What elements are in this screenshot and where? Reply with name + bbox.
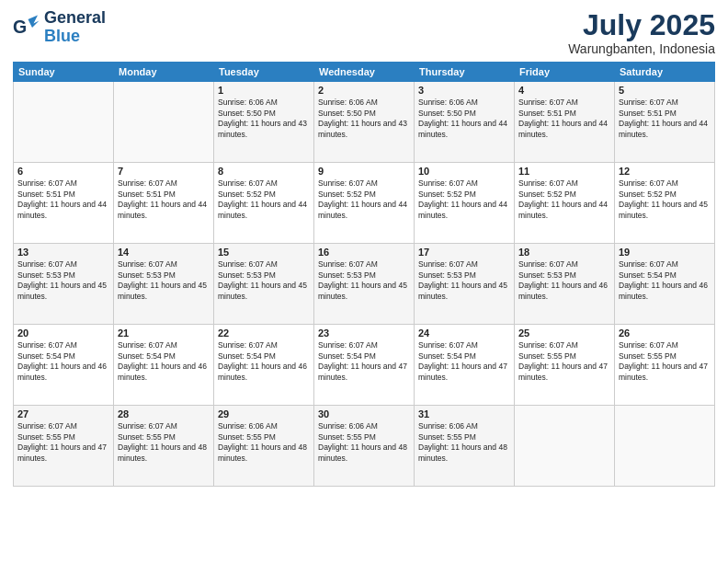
header-wednesday: Wednesday <box>314 63 415 82</box>
table-row: 8Sunrise: 6:07 AM Sunset: 5:52 PM Daylig… <box>214 163 314 244</box>
day-info: Sunrise: 6:06 AM Sunset: 5:55 PM Dayligh… <box>418 421 510 464</box>
day-number: 19 <box>619 247 711 258</box>
day-number: 20 <box>17 327 109 339</box>
day-number: 23 <box>318 327 410 339</box>
day-number: 14 <box>118 247 210 258</box>
day-info: Sunrise: 6:07 AM Sunset: 5:53 PM Dayligh… <box>518 259 610 302</box>
table-row: 21Sunrise: 6:07 AM Sunset: 5:54 PM Dayli… <box>114 325 214 406</box>
table-row <box>114 82 214 163</box>
day-number: 7 <box>118 166 210 177</box>
header-saturday: Saturday <box>615 63 715 82</box>
day-info: Sunrise: 6:07 AM Sunset: 5:55 PM Dayligh… <box>118 421 210 464</box>
day-info: Sunrise: 6:07 AM Sunset: 5:53 PM Dayligh… <box>218 259 310 302</box>
day-number: 29 <box>218 408 310 419</box>
day-number: 25 <box>518 327 610 339</box>
day-number: 9 <box>318 166 410 177</box>
table-row: 5Sunrise: 6:07 AM Sunset: 5:51 PM Daylig… <box>615 82 715 163</box>
table-row: 11Sunrise: 6:07 AM Sunset: 5:52 PM Dayli… <box>515 163 615 244</box>
day-number: 24 <box>418 327 510 339</box>
day-number: 18 <box>518 247 610 258</box>
day-number: 3 <box>418 85 510 96</box>
day-number: 31 <box>418 408 510 419</box>
table-row: 24Sunrise: 6:07 AM Sunset: 5:54 PM Dayli… <box>415 325 515 406</box>
day-info: Sunrise: 6:07 AM Sunset: 5:54 PM Dayligh… <box>318 340 410 383</box>
table-row: 12Sunrise: 6:07 AM Sunset: 5:52 PM Dayli… <box>615 163 715 244</box>
table-row: 27Sunrise: 6:07 AM Sunset: 5:55 PM Dayli… <box>14 406 114 487</box>
day-info: Sunrise: 6:07 AM Sunset: 5:52 PM Dayligh… <box>518 178 610 221</box>
table-row: 10Sunrise: 6:07 AM Sunset: 5:52 PM Dayli… <box>415 163 515 244</box>
day-info: Sunrise: 6:07 AM Sunset: 5:54 PM Dayligh… <box>17 340 109 383</box>
logo-icon: G <box>13 14 40 41</box>
day-info: Sunrise: 6:07 AM Sunset: 5:53 PM Dayligh… <box>17 259 109 302</box>
table-row: 26Sunrise: 6:07 AM Sunset: 5:55 PM Dayli… <box>615 325 715 406</box>
day-info: Sunrise: 6:07 AM Sunset: 5:53 PM Dayligh… <box>318 259 410 302</box>
table-row: 19Sunrise: 6:07 AM Sunset: 5:54 PM Dayli… <box>615 244 715 325</box>
day-info: Sunrise: 6:06 AM Sunset: 5:55 PM Dayligh… <box>318 421 410 464</box>
table-row: 13Sunrise: 6:07 AM Sunset: 5:53 PM Dayli… <box>14 244 114 325</box>
day-number: 1 <box>218 85 310 96</box>
table-row <box>615 406 715 487</box>
calendar-week-row: 13Sunrise: 6:07 AM Sunset: 5:53 PM Dayli… <box>14 244 715 325</box>
calendar-week-row: 20Sunrise: 6:07 AM Sunset: 5:54 PM Dayli… <box>14 325 715 406</box>
table-row: 6Sunrise: 6:07 AM Sunset: 5:51 PM Daylig… <box>14 163 114 244</box>
day-info: Sunrise: 6:07 AM Sunset: 5:53 PM Dayligh… <box>418 259 510 302</box>
day-info: Sunrise: 6:07 AM Sunset: 5:52 PM Dayligh… <box>218 178 310 221</box>
table-row: 29Sunrise: 6:06 AM Sunset: 5:55 PM Dayli… <box>214 406 314 487</box>
table-row: 22Sunrise: 6:07 AM Sunset: 5:54 PM Dayli… <box>214 325 314 406</box>
header-tuesday: Tuesday <box>214 63 314 82</box>
table-row: 28Sunrise: 6:07 AM Sunset: 5:55 PM Dayli… <box>114 406 214 487</box>
svg-marker-1 <box>28 15 40 28</box>
day-number: 16 <box>318 247 410 258</box>
day-number: 6 <box>17 166 109 177</box>
day-info: Sunrise: 6:06 AM Sunset: 5:55 PM Dayligh… <box>218 421 310 464</box>
svg-text:G: G <box>13 17 27 37</box>
day-number: 8 <box>218 166 310 177</box>
page: G General Blue July 2025 Warungbanten, I… <box>0 0 728 563</box>
calendar-table: Sunday Monday Tuesday Wednesday Thursday… <box>13 62 715 487</box>
logo-blue: Blue <box>44 28 106 46</box>
day-info: Sunrise: 6:07 AM Sunset: 5:55 PM Dayligh… <box>619 340 711 383</box>
day-info: Sunrise: 6:07 AM Sunset: 5:53 PM Dayligh… <box>118 259 210 302</box>
day-info: Sunrise: 6:07 AM Sunset: 5:52 PM Dayligh… <box>318 178 410 221</box>
calendar-week-row: 1Sunrise: 6:06 AM Sunset: 5:50 PM Daylig… <box>14 82 715 163</box>
day-number: 17 <box>418 247 510 258</box>
day-info: Sunrise: 6:06 AM Sunset: 5:50 PM Dayligh… <box>418 98 510 140</box>
day-info: Sunrise: 6:07 AM Sunset: 5:54 PM Dayligh… <box>218 340 310 383</box>
table-row: 20Sunrise: 6:07 AM Sunset: 5:54 PM Dayli… <box>14 325 114 406</box>
month-title: July 2025 <box>568 9 715 41</box>
day-info: Sunrise: 6:06 AM Sunset: 5:50 PM Dayligh… <box>218 98 310 140</box>
day-info: Sunrise: 6:07 AM Sunset: 5:51 PM Dayligh… <box>518 98 610 140</box>
table-row: 23Sunrise: 6:07 AM Sunset: 5:54 PM Dayli… <box>314 325 415 406</box>
table-row: 4Sunrise: 6:07 AM Sunset: 5:51 PM Daylig… <box>515 82 615 163</box>
day-info: Sunrise: 6:07 AM Sunset: 5:52 PM Dayligh… <box>619 178 711 221</box>
header-thursday: Thursday <box>415 63 515 82</box>
table-row: 2Sunrise: 6:06 AM Sunset: 5:50 PM Daylig… <box>314 82 415 163</box>
day-info: Sunrise: 6:07 AM Sunset: 5:51 PM Dayligh… <box>118 178 210 221</box>
day-info: Sunrise: 6:07 AM Sunset: 5:51 PM Dayligh… <box>619 98 711 140</box>
day-number: 2 <box>318 85 410 96</box>
day-number: 11 <box>518 166 610 177</box>
day-number: 27 <box>17 408 109 419</box>
day-info: Sunrise: 6:07 AM Sunset: 5:52 PM Dayligh… <box>418 178 510 221</box>
day-number: 12 <box>619 166 711 177</box>
table-row: 1Sunrise: 6:06 AM Sunset: 5:50 PM Daylig… <box>214 82 314 163</box>
day-number: 28 <box>118 408 210 419</box>
table-row: 3Sunrise: 6:06 AM Sunset: 5:50 PM Daylig… <box>415 82 515 163</box>
day-number: 26 <box>619 327 711 339</box>
table-row: 16Sunrise: 6:07 AM Sunset: 5:53 PM Dayli… <box>314 244 415 325</box>
day-number: 5 <box>619 85 711 96</box>
title-area: July 2025 Warungbanten, Indonesia <box>568 9 715 56</box>
header-friday: Friday <box>515 63 615 82</box>
table-row <box>14 82 114 163</box>
calendar-week-row: 27Sunrise: 6:07 AM Sunset: 5:55 PM Dayli… <box>14 406 715 487</box>
header-monday: Monday <box>114 63 214 82</box>
header-sunday: Sunday <box>14 63 114 82</box>
table-row: 15Sunrise: 6:07 AM Sunset: 5:53 PM Dayli… <box>214 244 314 325</box>
day-info: Sunrise: 6:07 AM Sunset: 5:54 PM Dayligh… <box>418 340 510 383</box>
table-row <box>515 406 615 487</box>
table-row: 9Sunrise: 6:07 AM Sunset: 5:52 PM Daylig… <box>314 163 415 244</box>
day-number: 21 <box>118 327 210 339</box>
table-row: 7Sunrise: 6:07 AM Sunset: 5:51 PM Daylig… <box>114 163 214 244</box>
day-number: 30 <box>318 408 410 419</box>
table-row: 18Sunrise: 6:07 AM Sunset: 5:53 PM Dayli… <box>515 244 615 325</box>
